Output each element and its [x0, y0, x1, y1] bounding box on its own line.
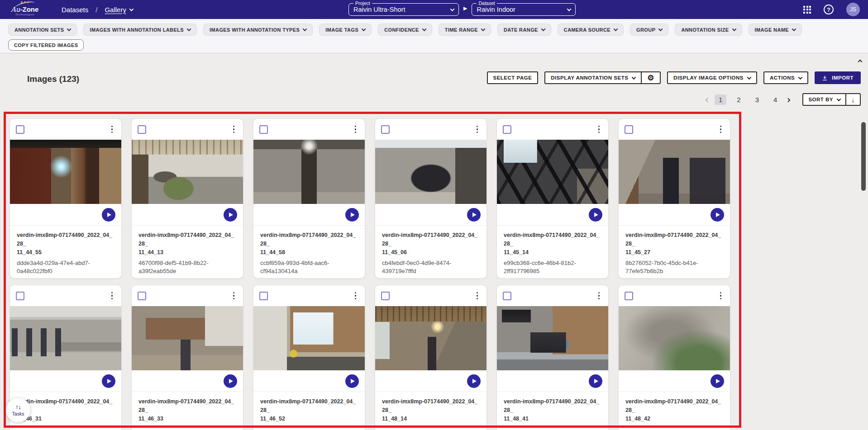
- play-button[interactable]: [224, 374, 237, 388]
- kebab-menu-icon[interactable]: [717, 124, 725, 135]
- play-button[interactable]: [102, 208, 115, 222]
- kebab-menu-icon[interactable]: [596, 124, 603, 135]
- card-checkbox[interactable]: [259, 292, 268, 300]
- help-icon[interactable]: ?: [824, 5, 834, 14]
- next-page-icon[interactable]: [787, 95, 790, 104]
- collapse-filters-icon[interactable]: [858, 57, 862, 65]
- filter-chip[interactable]: ANNOTATION SIZE: [675, 24, 742, 36]
- image-thumbnail[interactable]: [253, 140, 365, 204]
- actions-dropdown[interactable]: ACTIONS: [763, 71, 808, 84]
- apps-grid-icon[interactable]: [803, 6, 811, 14]
- filter-chip[interactable]: IMAGES WITH ANNOTATION LABELS: [83, 24, 197, 36]
- card-header: [619, 119, 730, 140]
- filter-chip[interactable]: ANNOTATION SETS: [8, 24, 77, 36]
- page-number-4[interactable]: 4: [769, 95, 781, 105]
- card-checkbox[interactable]: [625, 125, 633, 134]
- filter-chip[interactable]: TIME RANGE: [439, 24, 491, 36]
- kebab-menu-icon[interactable]: [109, 290, 116, 302]
- kebab-menu-icon[interactable]: [230, 124, 238, 135]
- annotation-sets-settings-button[interactable]: ⚙: [641, 72, 660, 83]
- card-checkbox[interactable]: [503, 292, 511, 300]
- filter-chip[interactable]: GROUP: [630, 24, 668, 36]
- play-button[interactable]: [224, 208, 237, 222]
- kebab-menu-icon[interactable]: [230, 290, 238, 302]
- play-button[interactable]: [467, 374, 481, 388]
- logo-subtext: Technologies: [15, 13, 34, 16]
- play-button[interactable]: [467, 208, 481, 222]
- kebab-menu-icon[interactable]: [352, 124, 359, 135]
- image-thumbnail[interactable]: [132, 306, 243, 370]
- kebab-menu-icon[interactable]: [474, 124, 481, 135]
- play-button[interactable]: [589, 374, 602, 388]
- card-checkbox[interactable]: [138, 125, 146, 134]
- display-image-options-dropdown[interactable]: DISPLAY IMAGE OPTIONS: [667, 71, 757, 84]
- image-thumbnail[interactable]: [497, 140, 608, 204]
- page-number-1[interactable]: 1: [715, 95, 726, 105]
- image-thumbnail[interactable]: [132, 140, 243, 204]
- card-checkbox[interactable]: [16, 292, 24, 300]
- filter-chip[interactable]: IMAGES WITH ANNOTATION TYPES: [203, 24, 313, 36]
- card-checkbox[interactable]: [138, 292, 146, 300]
- breadcrumb-gallery-dropdown[interactable]: Gallery: [105, 6, 133, 14]
- vertical-scrollbar-thumb[interactable]: [861, 122, 866, 191]
- card-checkbox[interactable]: [381, 125, 390, 134]
- filter-chip[interactable]: CAMERA SOURCE: [558, 24, 624, 36]
- card-play-strip: [132, 204, 243, 226]
- image-thumbnail[interactable]: [253, 306, 365, 370]
- play-button[interactable]: [711, 374, 724, 388]
- chevron-down-icon: [632, 75, 636, 80]
- card-checkbox[interactable]: [625, 292, 633, 300]
- image-uuid: [260, 425, 358, 430]
- play-button[interactable]: [711, 208, 724, 222]
- tasks-button[interactable]: ↑↓ Tasks: [6, 398, 30, 422]
- filter-chip[interactable]: DATE RANGE: [497, 24, 551, 36]
- kebab-menu-icon[interactable]: [596, 290, 603, 302]
- filter-chip[interactable]: IMAGE TAGS: [319, 24, 372, 36]
- select-page-button[interactable]: SELECT PAGE: [487, 71, 539, 84]
- image-thumbnail[interactable]: [10, 306, 121, 370]
- image-thumbnail[interactable]: [619, 306, 730, 370]
- card-checkbox[interactable]: [503, 125, 511, 134]
- image-thumbnail[interactable]: [375, 306, 486, 370]
- user-avatar[interactable]: JS: [846, 3, 860, 16]
- chevron-down-icon: [658, 27, 663, 31]
- filter-chip[interactable]: CONFIDENCE: [378, 24, 432, 36]
- image-uuid: e99cb368-cc6e-46b4-81b2-2ff917796985: [504, 259, 601, 275]
- image-card: verdin-imx8mp-07174490_2022_04_28_11_48_…: [375, 285, 487, 430]
- gear-icon: ⚙: [647, 74, 654, 82]
- copy-filtered-images-button[interactable]: COPY FILTERED IMAGES: [8, 39, 84, 51]
- project-select[interactable]: Project Raivin Ultra-Short: [348, 0, 459, 16]
- image-name: verdin-imx8mp-07174490_2022_04_28_11_45_…: [625, 231, 723, 256]
- play-button[interactable]: [102, 374, 115, 388]
- card-checkbox[interactable]: [381, 292, 390, 300]
- image-thumbnail[interactable]: [375, 140, 486, 204]
- card-checkbox[interactable]: [259, 125, 268, 134]
- sort-by-dropdown[interactable]: SORT BY: [803, 94, 845, 105]
- kebab-menu-icon[interactable]: [352, 290, 359, 302]
- breadcrumb-datasets-link[interactable]: Datasets: [62, 6, 88, 14]
- kebab-menu-icon[interactable]: [109, 124, 116, 135]
- kebab-menu-icon[interactable]: [717, 290, 725, 302]
- filter-chip[interactable]: IMAGE NAME: [749, 24, 802, 36]
- previous-page-icon[interactable]: [706, 95, 709, 104]
- dataset-select[interactable]: Dataset Raivin Indoor: [472, 0, 576, 16]
- image-thumbnail[interactable]: [619, 140, 730, 204]
- page-number-3[interactable]: 3: [751, 95, 763, 105]
- chevron-down-icon: [798, 75, 803, 80]
- image-uuid: 46700f98-def5-41b9-8b22-a39f2eab55de: [138, 259, 236, 275]
- play-button[interactable]: [345, 208, 359, 222]
- display-annotation-sets-dropdown[interactable]: DISPLAY ANNOTATION SETS: [545, 72, 641, 83]
- kebab-menu-icon[interactable]: [474, 290, 481, 302]
- play-button[interactable]: [589, 208, 602, 222]
- image-uuid: [17, 425, 114, 430]
- play-button[interactable]: [345, 374, 359, 388]
- image-thumbnail[interactable]: [497, 306, 608, 370]
- import-button[interactable]: IMPORT: [815, 71, 861, 84]
- image-thumbnail[interactable]: [10, 140, 121, 204]
- image-card: verdin-imx8mp-07174490_2022_04_28_11_46_…: [131, 285, 243, 430]
- page-number-2[interactable]: 2: [733, 95, 744, 105]
- image-name: verdin-imx8mp-07174490_2022_04_28_11_45_…: [504, 231, 601, 256]
- sort-direction-button[interactable]: ↓: [845, 94, 860, 105]
- au-zone-logo[interactable]: Au-Zone Technologies: [8, 0, 46, 19]
- card-checkbox[interactable]: [16, 125, 24, 134]
